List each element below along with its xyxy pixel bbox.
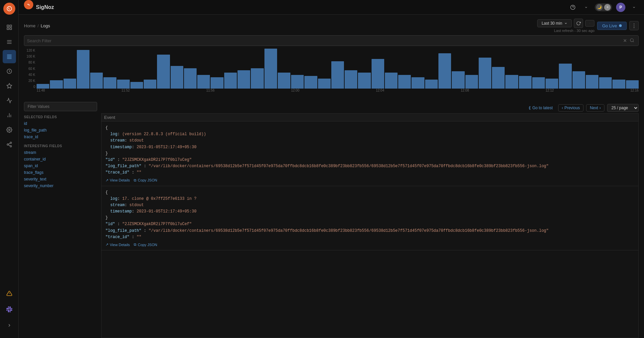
breadcrumb-separator: / — [38, 23, 39, 28]
chart-bar-9[interactable] — [157, 55, 170, 89]
chart-bar-13[interactable] — [211, 77, 223, 89]
chart-bar-33[interactable] — [479, 58, 491, 89]
view-details-label-1: View Details — [110, 178, 130, 182]
go-live-button[interactable]: Go Live — [597, 22, 627, 30]
chart-bar-25[interactable] — [372, 59, 384, 89]
chart-bar-30[interactable] — [438, 53, 451, 89]
help-button[interactable] — [568, 3, 577, 12]
field-id[interactable]: id — [24, 120, 97, 127]
fields-filter-input[interactable] — [24, 102, 97, 111]
help-dropdown-button[interactable] — [581, 3, 591, 12]
chart-bar-4[interactable] — [90, 73, 103, 89]
time-range-dropdown-button[interactable] — [585, 20, 594, 27]
field-span-id[interactable]: span_id — [24, 163, 97, 169]
chart-bar-26[interactable] — [385, 73, 398, 89]
search-button[interactable] — [628, 38, 636, 44]
chart-bar-10[interactable] — [171, 66, 183, 89]
view-details-button-2[interactable]: ↗ View Details — [105, 242, 130, 247]
page-size-select[interactable]: 25 / page 50 / page 100 / page — [607, 104, 639, 112]
chart-bar-8[interactable] — [144, 80, 156, 89]
user-avatar[interactable]: P — [616, 3, 625, 12]
sidebar-item-settings[interactable] — [3, 123, 16, 137]
more-options-button[interactable]: ⋮ — [629, 21, 639, 30]
chart-bar-22[interactable] — [331, 61, 344, 89]
chart-bar-34[interactable] — [492, 67, 505, 89]
sidebar-item-metrics[interactable] — [3, 109, 16, 122]
view-details-button-1[interactable]: ↗ View Details — [105, 178, 130, 182]
chart-bar-36[interactable] — [519, 76, 532, 89]
field-log-file-path[interactable]: log_file_path — [24, 127, 97, 134]
x-label-1156: 11:56 — [206, 89, 215, 95]
chart-x-labels: 11:48 11:52 11:56 12:00 12:04 12:08 12:1… — [37, 89, 639, 95]
chart-bar-44[interactable] — [626, 80, 639, 89]
field-stream[interactable]: stream — [24, 149, 97, 156]
chart-bar-1[interactable] — [50, 80, 63, 89]
chart-bar-5[interactable] — [103, 77, 116, 89]
chart-bar-17[interactable] — [264, 49, 277, 89]
chart-bar-28[interactable] — [411, 77, 424, 89]
chart-bar-19[interactable] — [291, 75, 304, 89]
chart-bar-29[interactable] — [425, 80, 438, 89]
sidebar-item-expand[interactable] — [3, 319, 16, 332]
app-logo[interactable] — [3, 3, 15, 15]
copy-json-button-2[interactable]: ⧉ Copy JSON — [134, 242, 157, 247]
entry2-open-brace: { — [105, 189, 634, 196]
field-container-id[interactable]: container_id — [24, 156, 97, 163]
chart-bar-2[interactable] — [64, 79, 76, 89]
chart-bar-38[interactable] — [546, 79, 558, 89]
previous-button[interactable]: ‹ Previous — [558, 104, 584, 112]
sidebar-item-logs[interactable] — [3, 50, 16, 63]
sidebar-item-menu[interactable] — [3, 35, 16, 49]
field-trace-flags[interactable]: trace_flags — [24, 169, 97, 176]
clear-search-button[interactable]: ✕ — [622, 38, 628, 43]
chart-bar-21[interactable] — [318, 79, 331, 89]
sidebar-item-alerts[interactable] — [3, 79, 16, 93]
next-button[interactable]: Next › — [586, 104, 604, 112]
chart-bar-11[interactable] — [184, 68, 197, 89]
field-severity-text[interactable]: severity_text — [24, 176, 97, 182]
chart-bar-39[interactable] — [559, 64, 571, 89]
search-input[interactable] — [27, 38, 622, 43]
chart-bar-3[interactable] — [77, 50, 89, 89]
chart-bar-7[interactable] — [130, 82, 143, 89]
chart-bar-0[interactable] — [37, 84, 49, 89]
app-name: SigNoz — [36, 4, 54, 10]
copy-json-button-1[interactable]: ⧉ Copy JSON — [134, 178, 157, 182]
svg-rect-1 — [10, 25, 11, 27]
event-header-label: Event — [104, 115, 115, 120]
chart-bar-14[interactable] — [224, 73, 237, 89]
refresh-button[interactable] — [574, 19, 583, 28]
chart-bar-18[interactable] — [278, 73, 290, 89]
sidebar-item-dashboard[interactable] — [3, 65, 16, 78]
chart-bar-16[interactable] — [251, 68, 263, 89]
chart-bar-24[interactable] — [358, 73, 371, 89]
chart-bar-12[interactable] — [197, 75, 210, 89]
header-logo-icon — [25, 1, 32, 8]
field-trace-id[interactable]: trace_id — [24, 134, 97, 140]
user-dropdown-button[interactable] — [629, 3, 639, 12]
go-to-latest-button[interactable]: ⟪ Go to latest — [529, 106, 553, 110]
chart-bar-31[interactable] — [452, 71, 464, 89]
chart-bar-41[interactable] — [586, 75, 598, 89]
sidebar-item-warning[interactable] — [3, 287, 16, 300]
sidebar-item-overview[interactable] — [3, 21, 16, 34]
chart-bar-23[interactable] — [345, 70, 357, 89]
chart-bar-20[interactable] — [304, 76, 317, 89]
theme-toggle[interactable]: 🌙 ☀ — [595, 3, 612, 11]
x-label-1148: 11:48 — [37, 89, 45, 95]
chart-bar-35[interactable] — [505, 75, 518, 89]
time-range-button[interactable]: Last 30 min — [537, 19, 572, 27]
chart-bar-43[interactable] — [612, 80, 625, 89]
chart-bar-40[interactable] — [572, 71, 585, 89]
breadcrumb-home[interactable]: Home — [24, 23, 36, 28]
sidebar-item-pipeline[interactable] — [3, 138, 16, 151]
field-severity-number[interactable]: severity_number — [24, 182, 97, 189]
chart-bar-37[interactable] — [532, 77, 545, 89]
chart-bar-42[interactable] — [599, 77, 612, 89]
sidebar-item-slack[interactable] — [3, 303, 16, 316]
chart-bar-32[interactable] — [465, 75, 478, 89]
chart-bar-15[interactable] — [238, 70, 250, 89]
chart-bar-27[interactable] — [398, 75, 411, 89]
sidebar-item-analytics[interactable] — [3, 94, 16, 107]
chart-bar-6[interactable] — [117, 80, 130, 89]
